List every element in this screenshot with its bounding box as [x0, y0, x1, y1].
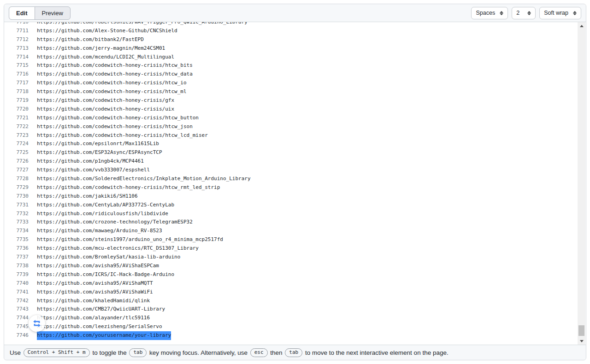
code-line: 7720https://github.com/codewitch-honey-c… — [4, 105, 586, 114]
wrap-mode-select[interactable]: Soft wrap — [539, 7, 581, 19]
line-number: 7717 — [4, 79, 29, 88]
code-text[interactable]: https://github.com/p1ngb4ck/MCP4461 — [37, 157, 144, 166]
code-text[interactable]: https://github.com/codewitch-honey-crisi… — [37, 183, 220, 192]
scrollbar-thumb[interactable] — [578, 325, 584, 336]
kbd-chip: Control + Shift + m — [24, 348, 90, 357]
code-editor-area[interactable]: 7710https://github.com/robertsonics/WAV_… — [4, 22, 586, 345]
indent-size-select[interactable]: 2 — [512, 7, 536, 19]
code-text[interactable]: https://github.com/alayander/tlc59116 — [37, 314, 150, 323]
code-text[interactable]: https://github.com/steins1997/arduino_un… — [37, 235, 223, 244]
tab-edit[interactable]: Edit — [9, 7, 35, 19]
line-number: 7741 — [4, 288, 29, 297]
line-number: 7711 — [4, 27, 29, 35]
wrap-mode-value: Soft wrap — [544, 10, 568, 16]
code-text[interactable]: https://github.com/codewitch-honey-crisi… — [37, 105, 174, 114]
code-line: 7744https://github.com/alayander/tlc5911… — [4, 314, 586, 323]
code-line: 7718https://github.com/codewitch-honey-c… — [4, 88, 586, 96]
code-line: 7715https://github.com/codewitch-honey-c… — [4, 61, 586, 70]
code-text[interactable]: https://github.com/jakiki6/SH1106 — [37, 192, 138, 201]
line-number: 7740 — [4, 279, 29, 288]
indent-mode-select[interactable]: Spaces — [471, 7, 508, 19]
updown-arrows-icon — [500, 11, 503, 15]
code-text[interactable]: https://github.com/mawaeg/Arduino_RV-852… — [37, 227, 162, 235]
code-line: 7731https://github.com/CentyLab/AP33772S… — [4, 201, 586, 210]
code-text[interactable]: https://github.com/codewitch-honey-crisi… — [37, 70, 193, 79]
code-text[interactable]: https://github.com/codewitch-honey-crisi… — [37, 131, 208, 140]
code-text[interactable]: https://github.com/avisha95/AViShaMQTT — [37, 279, 153, 288]
line-number: 7712 — [4, 35, 29, 44]
vertical-scrollbar[interactable] — [578, 22, 585, 345]
line-number: 7724 — [4, 140, 29, 148]
line-number: 7730 — [4, 192, 29, 201]
line-number: 7725 — [4, 148, 29, 157]
code-text[interactable]: https://github.com/khaledHamidi/qlink — [37, 297, 150, 305]
code-text[interactable]: https://github.com/crozone-technology/Te… — [37, 218, 193, 227]
line-number: 7719 — [4, 96, 29, 105]
line-number: 7729 — [4, 183, 29, 192]
code-text[interactable]: https://github.com/ESP32Async/ESPAsyncTC… — [37, 148, 162, 157]
code-line: 7719https://github.com/codewitch-honey-c… — [4, 96, 586, 105]
code-text[interactable]: https://github.com/jerry-magnin/Mem24CSM… — [37, 44, 165, 53]
code-line: 7736https://github.com/mcu-electronics/R… — [4, 244, 586, 253]
code-line: 7712https://github.com/bitbank2/FastEPD — [4, 35, 586, 44]
line-number: 7737 — [4, 253, 29, 262]
code-text[interactable]: https://github.com/leezisheng/SerialServ… — [37, 323, 162, 331]
code-line: 7723https://github.com/codewitch-honey-c… — [4, 131, 586, 140]
line-number: 7716 — [4, 70, 29, 79]
line-number: 7714 — [4, 53, 29, 62]
scrollbar-up-arrow-icon[interactable] — [578, 22, 585, 29]
code-text[interactable]: https://github.com/CentyLab/AP33772S-Cen… — [37, 201, 174, 210]
line-number: 7723 — [4, 131, 29, 140]
code-text[interactable]: https://github.com/codewitch-honey-crisi… — [37, 79, 187, 88]
line-number: 7736 — [4, 244, 29, 253]
editor-settings-controls: Spaces2Soft wrap — [471, 7, 581, 19]
code-line: 7746https://github.com/yourusername/your… — [4, 331, 586, 340]
code-text[interactable]: https://github.com/mcendu/LCDI2C_Multili… — [37, 53, 174, 62]
selected-code-text[interactable]: https://github.com/yourusername/your-lib… — [37, 331, 171, 340]
code-line: 7710https://github.com/robertsonics/WAV_… — [4, 22, 586, 27]
code-line: 7728https://github.com/SolderedElectroni… — [4, 175, 586, 183]
code-text[interactable]: https://github.com/robertsonics/WAV_Trig… — [37, 22, 248, 27]
code-text[interactable]: https://github.com/ridiculousfish/libdiv… — [37, 210, 168, 218]
code-line: 7734https://github.com/mawaeg/Arduino_RV… — [4, 227, 586, 235]
code-text[interactable]: https://github.com/Alex-Stone-Github/CNC… — [37, 27, 177, 35]
swap-arrows-icon — [32, 318, 42, 329]
scrollbar-down-arrow-icon[interactable] — [578, 337, 585, 345]
code-text[interactable]: https://github.com/avisha95/AViShaESPCam — [37, 262, 159, 270]
line-number: 7732 — [4, 210, 29, 218]
kbd-chip: tab — [129, 348, 147, 357]
line-number: 7735 — [4, 235, 29, 244]
code-text[interactable]: https://github.com/epsilonrt/Max11615Lib — [37, 140, 159, 148]
code-line: 7717https://github.com/codewitch-honey-c… — [4, 79, 586, 88]
code-text[interactable]: https://github.com/bitbank2/FastEPD — [37, 35, 144, 44]
code-text[interactable]: https://github.com/mcu-electronics/RTC_D… — [37, 244, 199, 253]
line-number: 7734 — [4, 227, 29, 235]
code-line: 7716https://github.com/codewitch-honey-c… — [4, 70, 586, 79]
tab-preview[interactable]: Preview — [35, 7, 70, 19]
code-text[interactable]: https://github.com/codewitch-honey-crisi… — [37, 61, 193, 70]
code-line: 7735https://github.com/steins1997/arduin… — [4, 235, 586, 244]
code-line: 7730https://github.com/jakiki6/SH1106 — [4, 192, 586, 201]
hint-text: to move to the next interactive element … — [303, 349, 448, 356]
code-text[interactable]: https://github.com/codewitch-honey-crisi… — [37, 114, 199, 123]
code-text[interactable]: https://github.com/CMB27/QwiicUART-Libra… — [37, 305, 165, 314]
hint-text: to toggle the — [91, 349, 129, 356]
code-line: 7711https://github.com/Alex-Stone-Github… — [4, 27, 586, 35]
code-text[interactable]: https://github.com/SolderedElectronics/I… — [37, 175, 251, 183]
line-number: 7718 — [4, 88, 29, 96]
code-line: 7740https://github.com/avisha95/AViShaMQ… — [4, 279, 586, 288]
code-text[interactable]: https://github.com/avisha95/AViShaWiFi — [37, 288, 153, 297]
code-text[interactable]: https://github.com/BromleySat/kasia-lib-… — [37, 253, 180, 262]
line-number: 7726 — [4, 157, 29, 166]
code-line: 7745https://github.com/leezisheng/Serial… — [4, 323, 586, 331]
code-text[interactable]: https://github.com/vvb333007/espshell — [37, 166, 150, 175]
code-text[interactable]: https://github.com/codewitch-honey-crisi… — [37, 123, 193, 131]
code-text[interactable]: https://github.com/ICRS/IC-Hack-Badge-Ar… — [37, 270, 174, 279]
code-text[interactable]: https://github.com/codewitch-honey-crisi… — [37, 96, 174, 105]
line-number: 7742 — [4, 297, 29, 305]
code-text[interactable]: https://github.com/codewitch-honey-crisi… — [37, 88, 187, 96]
code-line: 7714https://github.com/mcendu/LCDI2C_Mul… — [4, 53, 586, 62]
code-line: 7739https://github.com/ICRS/IC-Hack-Badg… — [4, 270, 586, 279]
floating-overlay-button[interactable] — [29, 315, 45, 332]
line-number: 7733 — [4, 218, 29, 227]
